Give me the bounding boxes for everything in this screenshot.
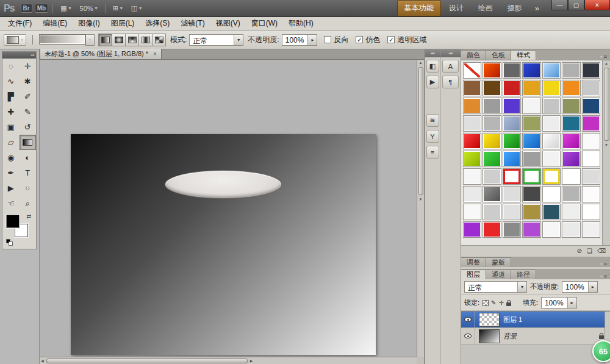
workspace-overflow-button[interactable]: » [531,2,543,14]
zoom-tool[interactable]: ⌕ [20,196,37,211]
style-swatch[interactable] [503,221,521,238]
style-swatch[interactable] [483,151,501,167]
style-swatch[interactable] [542,151,561,167]
layers-opacity-input[interactable]: 100% ▸ [562,281,598,293]
eyedropper-tool[interactable]: ✐ [20,89,37,104]
gradient-picker-button[interactable]: ▾ [85,34,95,46]
canvas-area[interactable]: ▲ ▼ ◀ ▶ [40,60,424,364]
menu-item[interactable]: 滤镜(T) [175,16,210,30]
elliptical-marquee-tool[interactable]: ◌ [2,59,20,74]
panel-tab[interactable]: 路径 [511,269,536,279]
collapse-dock-button[interactable]: ◂◂ [425,49,440,57]
blur-tool[interactable]: ◉ [2,150,20,165]
style-swatch[interactable] [542,186,561,202]
radial-gradient-button[interactable] [112,34,126,46]
scrollbar-thumb[interactable] [46,359,248,363]
path-selection-tool[interactable]: ▶ [2,180,20,196]
style-swatch[interactable] [582,151,600,167]
foreground-color-well[interactable] [6,215,20,228]
visibility-toggle[interactable] [461,328,475,344]
close-tab-icon[interactable]: × [153,51,157,57]
style-swatch[interactable] [582,204,600,220]
clear-style-icon[interactable]: ⊘ [577,248,582,254]
clone-stamp-tool[interactable]: ▣ [2,120,20,135]
close-button[interactable]: × [584,0,610,10]
menu-item[interactable]: 窗口(W) [246,16,283,30]
panel-menu-button[interactable]: ▾ ≡ [600,54,610,60]
style-swatch[interactable] [542,80,561,96]
pen-tool[interactable]: ✒ [2,165,20,180]
horizontal-scrollbar[interactable]: ◀ ▶ [40,357,417,364]
style-swatch[interactable] [582,98,600,114]
style-swatch[interactable] [582,133,600,149]
style-swatch[interactable] [582,115,600,132]
gradient-preview[interactable] [39,34,85,45]
history-brush-tool[interactable]: ↺ [20,120,37,135]
style-swatch[interactable] [463,168,481,185]
style-swatch[interactable] [522,204,540,220]
style-swatch[interactable] [503,62,521,79]
panel-tab[interactable]: 样式 [511,50,536,60]
styles-scrollbar[interactable]: ▲ ▼ [602,60,610,245]
document-canvas[interactable] [71,134,376,355]
style-swatch[interactable] [562,186,580,202]
workspace-button[interactable]: 设计 [442,1,470,16]
scroll-right-icon[interactable]: ▶ [249,357,254,364]
panel-tab[interactable]: 蒙版 [486,257,511,267]
style-swatch[interactable] [503,168,521,185]
style-swatch[interactable] [483,168,501,185]
style-swatch[interactable] [463,62,481,79]
style-swatch[interactable] [582,168,600,185]
lock-transparency-icon[interactable] [483,300,489,306]
document-tab[interactable]: 未标题-1 @ 50% (图层 1, RGB/8) * × [40,49,162,59]
workspace-button[interactable]: 摄影 [501,1,529,16]
scroll-down-icon[interactable]: ▼ [603,142,609,148]
style-swatch[interactable] [463,221,481,238]
swap-colors-icon[interactable]: ⇄ [26,213,31,219]
gradient-tool[interactable] [20,135,37,150]
style-swatch[interactable] [503,133,521,149]
scrollbar-thumb[interactable] [418,67,423,195]
menu-item[interactable]: 视图(V) [210,16,246,30]
style-swatch[interactable] [503,115,521,132]
style-swatch[interactable] [503,98,521,114]
style-swatch[interactable] [562,133,580,149]
restore-button[interactable]: ▢ [568,0,584,10]
style-swatch[interactable] [463,98,481,114]
tool-panel-collapse-button[interactable]: ◂◂ [2,52,36,59]
chevron-down-icon[interactable]: ▾ [234,35,243,45]
crop-tool[interactable]: ▛ [2,89,20,104]
minimize-button[interactable]: — [551,0,568,10]
collapse-dock-button[interactable]: ◂◂ [440,49,461,57]
menu-item[interactable]: 选择(S) [140,16,175,30]
lock-position-icon[interactable]: ✛ [498,299,503,306]
style-swatch[interactable] [582,221,600,238]
navigator-panel-icon[interactable]: ◧ [426,60,439,73]
linear-gradient-button[interactable] [98,34,112,46]
style-swatch[interactable] [522,98,540,114]
arrange-documents-button[interactable]: ⊞ ▾ [110,2,126,14]
style-swatch[interactable] [483,133,501,149]
opacity-input[interactable]: 100% ▸ [282,34,318,46]
style-swatch[interactable] [562,62,580,79]
style-swatch[interactable] [542,98,561,114]
blend-mode-select[interactable]: 正常 ▾ [464,281,527,293]
histogram-panel-icon[interactable]: ≡ [426,146,439,159]
tool-presets-panel-icon[interactable]: ≋ [426,114,439,127]
lock-all-icon[interactable] [506,302,511,306]
style-swatch[interactable] [483,80,501,96]
notification-badge[interactable]: 65 [592,340,610,362]
style-swatch[interactable] [463,80,481,96]
style-swatch[interactable] [522,221,540,238]
scrollbar-thumb[interactable] [604,68,609,141]
style-swatch[interactable] [562,80,580,96]
fill-input[interactable]: 100% ▸ [541,297,577,309]
style-swatch[interactable] [542,133,561,149]
scroll-left-icon[interactable]: ◀ [40,357,45,364]
menu-item[interactable]: 帮助(H) [283,16,319,30]
option-checkbox[interactable]: ✓仿色 [356,35,380,45]
menu-item[interactable]: 编辑(E) [37,16,73,30]
lasso-tool[interactable]: ∿ [2,74,20,89]
style-swatch[interactable] [582,80,600,96]
option-checkbox[interactable]: 反向 [324,35,348,45]
